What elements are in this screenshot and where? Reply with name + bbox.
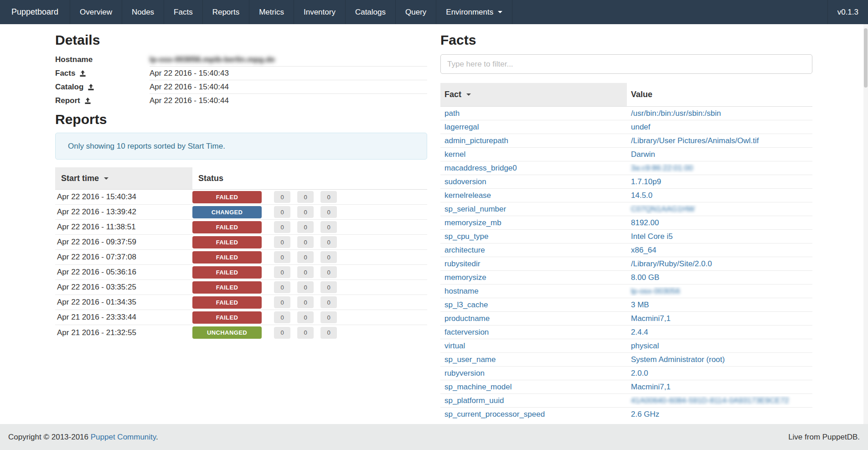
fact-name-link[interactable]: memorysize_mb: [444, 218, 501, 227]
count-badge: 0: [320, 251, 337, 263]
nav-item-environments[interactable]: Environments: [436, 0, 512, 24]
fact-name-link[interactable]: admin_picturepath: [444, 136, 508, 145]
nav-item-reports[interactable]: Reports: [203, 0, 250, 24]
fact-value-cell: /Library/Ruby/Site/2.0.0: [627, 259, 812, 269]
fact-value-link[interactable]: 41A00640-6084-591D-8114-0A93173E9CE72: [631, 396, 789, 405]
table-row: sp_machine_modelMacmini7,1: [440, 380, 812, 394]
fact-value-link[interactable]: System Administrator (root): [631, 355, 725, 364]
nav-item-nodes[interactable]: Nodes: [122, 0, 164, 24]
fact-name-link[interactable]: virtual: [444, 341, 465, 350]
count-badge: 0: [297, 296, 314, 308]
table-row: Apr 22 2016 - 11:38:51FAILED000: [55, 220, 427, 235]
fact-value-cell: 2.6 GHz: [627, 410, 812, 419]
navbar-brand[interactable]: Puppetboard: [0, 0, 70, 24]
fact-value-cell: 3a:c9:86:22:01:00: [627, 164, 812, 173]
fact-name-link[interactable]: sp_user_name: [444, 355, 496, 364]
fact-name-link[interactable]: hostname: [444, 287, 479, 295]
count-badge: 0: [320, 221, 337, 233]
fact-value-link[interactable]: 3 MB: [631, 300, 649, 309]
fact-value-link[interactable]: Intel Core i5: [631, 232, 673, 241]
count-badge: 0: [274, 296, 290, 308]
fact-name-link[interactable]: path: [444, 109, 460, 118]
facts-table-header: Fact Value: [440, 83, 812, 107]
fact-value-cell: 14.5.0: [627, 191, 812, 200]
count-badge: 0: [320, 327, 337, 339]
fact-value-link[interactable]: 2.6 GHz: [631, 410, 659, 419]
fact-value-link[interactable]: 2.0.0: [631, 369, 648, 378]
report-status-cell: UNCHANGED: [192, 326, 267, 339]
upload-icon[interactable]: [88, 84, 94, 91]
count-badge: 0: [274, 191, 290, 203]
details-value-text: lp-osx-003056.mpib-berlin.mpg.de: [150, 55, 275, 64]
puppet-community-link[interactable]: Puppet Community: [91, 433, 156, 441]
fact-value-link[interactable]: lp-osx-003056: [631, 287, 680, 295]
info-alert-text: Only showing 10 reports sorted by Start …: [68, 142, 225, 151]
table-row: rubysitedir/Library/Ruby/Site/2.0.0: [440, 257, 812, 271]
nav-item-catalogs[interactable]: Catalogs: [346, 0, 396, 24]
column-header-status[interactable]: Status: [192, 167, 427, 189]
fact-name-link[interactable]: sp_serial_number: [444, 205, 506, 213]
nav-item-metrics[interactable]: Metrics: [249, 0, 294, 24]
fact-name-link[interactable]: kernelrelease: [444, 191, 491, 200]
fact-value-link[interactable]: C07QN1AAG1HW: [631, 205, 695, 213]
nav-item-facts[interactable]: Facts: [164, 0, 203, 24]
fact-value-link[interactable]: x86_64: [631, 246, 656, 254]
reports-heading: Reports: [55, 111, 427, 128]
count-badge: 0: [320, 191, 337, 203]
fact-value-link[interactable]: Macmini7,1: [631, 383, 671, 391]
column-header-start-time[interactable]: Start time: [55, 167, 192, 189]
fact-name-link[interactable]: macaddress_bridge0: [444, 164, 517, 172]
fact-name-link[interactable]: productname: [444, 314, 490, 323]
fact-name-link[interactable]: sp_l3_cache: [444, 300, 488, 309]
copyright-prefix: Copyright © 2013-2016: [8, 433, 91, 441]
fact-name-link[interactable]: rubyversion: [444, 369, 485, 378]
upload-icon[interactable]: [84, 98, 91, 104]
fact-name-link[interactable]: kernel: [444, 150, 465, 159]
fact-value-link[interactable]: 8.00 GB: [631, 273, 659, 282]
fact-name-link[interactable]: sudoversion: [444, 177, 486, 186]
fact-value-link[interactable]: /Library/User Pictures/Animals/Owl.tif: [631, 136, 759, 145]
fact-name-link[interactable]: lagerregal: [444, 123, 479, 131]
fact-value-link[interactable]: 8192.00: [631, 218, 659, 227]
live-from-puppetdb-text: Live from PuppetDB.: [788, 433, 860, 442]
nav-item-query[interactable]: Query: [396, 0, 436, 24]
fact-value-link[interactable]: Macmini7,1: [631, 314, 671, 323]
count-badge: 0: [297, 236, 314, 248]
nav-item-overview[interactable]: Overview: [70, 0, 122, 24]
count-badge: 0: [274, 281, 290, 293]
fact-value-link[interactable]: 2.4.4: [631, 328, 648, 336]
facts-filter-input[interactable]: [440, 54, 812, 74]
report-status-cell: FAILED: [192, 296, 267, 309]
column-header-value-label: Value: [631, 90, 652, 99]
fact-name-link[interactable]: sp_machine_model: [444, 383, 512, 391]
column-header-value[interactable]: Value: [627, 83, 812, 106]
fact-name-link[interactable]: sp_platform_uuid: [444, 396, 504, 405]
count-badge: 0: [320, 311, 337, 323]
fact-value-link[interactable]: 14.5.0: [631, 191, 652, 200]
fact-value-link[interactable]: 3a:c9:86:22:01:00: [631, 164, 693, 172]
fact-value-link[interactable]: 1.7.10p9: [631, 177, 661, 186]
fact-value-link[interactable]: Darwin: [631, 150, 655, 159]
fact-name-link[interactable]: sp_current_processor_speed: [444, 410, 545, 419]
fact-value-link[interactable]: /Library/Ruby/Site/2.0.0: [631, 259, 712, 268]
fact-value-cell: 8192.00: [627, 218, 812, 228]
fact-name-link[interactable]: facterversion: [444, 328, 489, 336]
report-status-cell: CHANGED: [192, 206, 267, 218]
report-start-time: Apr 22 2016 - 07:37:08: [55, 253, 192, 262]
fact-value-link[interactable]: undef: [631, 123, 651, 131]
fact-name-link[interactable]: memorysize: [444, 273, 486, 282]
fact-value-cell: Macmini7,1: [627, 314, 812, 323]
column-header-fact[interactable]: Fact: [440, 83, 627, 106]
table-row: Apr 21 2016 - 21:32:55UNCHANGED000: [55, 325, 427, 340]
upload-icon[interactable]: [79, 70, 86, 77]
table-row: Apr 22 2016 - 05:36:16FAILED000: [55, 265, 427, 280]
nav-item-inventory[interactable]: Inventory: [294, 0, 346, 24]
fact-name-link[interactable]: rubysitedir: [444, 259, 480, 268]
fact-name-link[interactable]: sp_cpu_type: [444, 232, 488, 241]
details-label-text: Facts: [55, 69, 75, 78]
scrollbar-thumb[interactable]: [864, 28, 868, 88]
fact-name-link[interactable]: architecture: [444, 246, 485, 254]
table-row: sudoversion1.7.10p9: [440, 175, 812, 189]
fact-value-link[interactable]: physical: [631, 341, 659, 350]
fact-value-link[interactable]: /usr/bin:/bin:/usr/sbin:/sbin: [631, 109, 721, 118]
